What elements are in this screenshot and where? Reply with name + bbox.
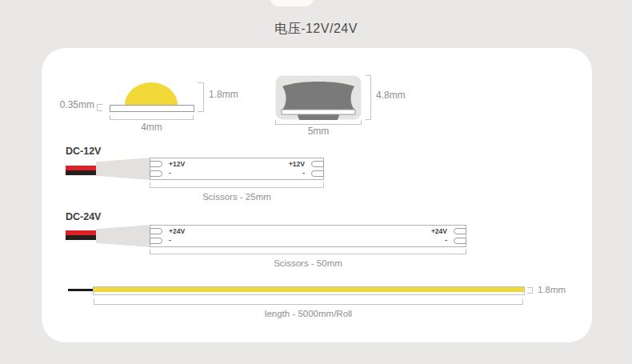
solder-pad <box>150 161 162 167</box>
led-strip-24v: +24V - +24V - <box>150 225 466 247</box>
dimension-bracket-width <box>110 115 194 120</box>
dimension-bracket-roll-length <box>94 299 523 305</box>
cut-length-label-12v: Scissors - 25mm <box>150 192 324 202</box>
strip-height-label: 1.8mm <box>209 89 238 100</box>
pad-negative-label: - <box>169 169 171 177</box>
pad-negative-label: - <box>169 236 171 244</box>
dimension-bracket-cut-12v <box>150 182 324 188</box>
covered-strip-cross-section <box>275 75 362 120</box>
previous-section-edge <box>270 0 314 6</box>
dimension-bracket-covered-width <box>275 120 362 125</box>
dimension-bracket-cut-24v <box>150 249 466 254</box>
solder-pad <box>454 238 466 244</box>
pad-positive-label: +12V <box>169 160 185 168</box>
pad-positive-label: +12V <box>289 160 305 168</box>
page-background: 电压-12V/24V 0.35mm 1.8mm 4mm 4.8mm 5mm DC… <box>0 0 632 364</box>
page-title: 电压-12V/24V <box>0 21 632 38</box>
covered-width-label: 5mm <box>275 126 362 137</box>
dimension-bracket-height <box>198 82 204 112</box>
pad-negative-label: - <box>445 236 447 244</box>
pad-positive-label: +24V <box>169 227 185 235</box>
heat-shrink-connector <box>96 158 151 180</box>
pad-positive-label: +24V <box>431 227 447 235</box>
roll-wire <box>68 289 93 291</box>
led-phosphor-dome <box>125 82 178 105</box>
strip-width-label: 4mm <box>110 122 194 133</box>
dimension-bracket-roll-thickness <box>527 287 533 294</box>
dimension-bracket-covered-height <box>366 75 371 120</box>
roll-length-label: length - 5000mm/Roll <box>94 309 523 318</box>
solder-pad <box>150 238 162 244</box>
pcb-thickness-label: 0.35mm <box>48 99 94 110</box>
solder-pad <box>454 228 466 234</box>
dimension-bracket-pcb-thickness <box>97 104 102 111</box>
solder-pad <box>150 170 162 177</box>
roll-thickness-label: 1.8mm <box>538 285 566 294</box>
dc12v-label: DC-12V <box>66 146 101 157</box>
spec-card: 0.35mm 1.8mm 4mm 4.8mm 5mm DC-12V +12V - <box>42 48 592 342</box>
pcb-board <box>110 105 194 112</box>
cut-length-label-24v: Scissors - 50mm <box>150 258 466 268</box>
pad-negative-label: - <box>302 169 305 177</box>
heat-shrink-connector <box>96 225 151 247</box>
solder-pad <box>311 161 324 167</box>
led-strip-12v: +12V - +12V - <box>150 158 324 180</box>
solder-pad <box>311 170 324 177</box>
roll-strip-side-view <box>93 286 525 295</box>
solder-pad <box>150 228 162 234</box>
pcb-board <box>282 110 355 114</box>
covered-height-label: 4.8mm <box>376 90 406 101</box>
dc24v-label: DC-24V <box>66 211 101 222</box>
